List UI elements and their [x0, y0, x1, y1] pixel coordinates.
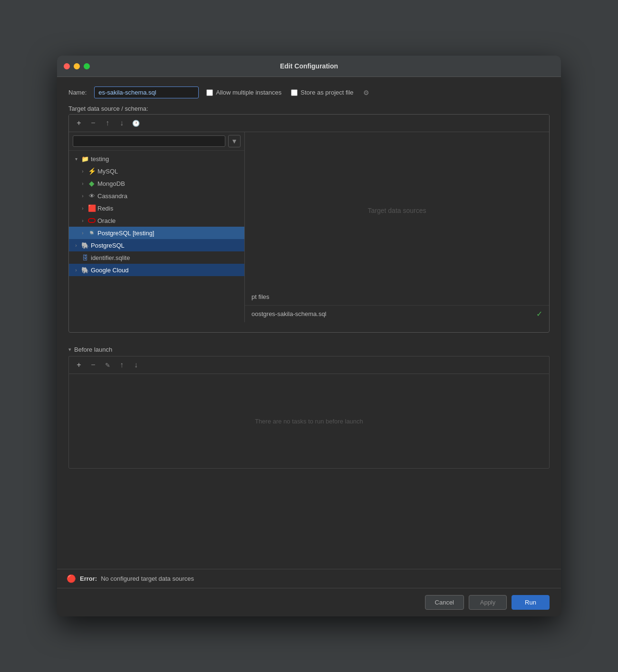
svg-text:🐘: 🐘 — [90, 230, 94, 235]
tree-panel: ▼ ▾ 📁 testing › ⚡ — [69, 132, 245, 322]
dialog-body: Name: Allow multiple instances Store as … — [57, 77, 561, 569]
pg-icon: 🐘 — [88, 229, 96, 237]
remove-datasource-button[interactable]: − — [87, 117, 99, 129]
add-datasource-button[interactable]: + — [73, 117, 85, 129]
item-label-mongodb: MongoDB — [97, 180, 125, 187]
sql-file-name: oostgres-sakila-schema.sql — [251, 310, 327, 317]
before-launch-label: Before launch — [74, 346, 112, 353]
before-launch-section: ▾ Before launch + − ✎ ↑ ↓ There are no t… — [68, 343, 550, 469]
item-label-cassandra: Cassandra — [97, 192, 127, 200]
item-label-redis: Redis — [97, 205, 113, 212]
tree-item-redis[interactable]: › 🟥 Redis — [69, 202, 244, 214]
cancel-button[interactable]: Cancel — [425, 595, 464, 610]
dialog-footer: Cancel Apply Run — [57, 588, 561, 616]
run-button[interactable]: Run — [512, 595, 550, 610]
chevron-icon: › — [79, 180, 86, 187]
collapse-icon: ▾ — [68, 346, 71, 353]
chevron-icon: ▾ — [73, 155, 79, 162]
script-files-row: pt files — [245, 288, 549, 305]
redis-icon: 🟥 — [88, 204, 96, 212]
oracle-icon — [88, 217, 96, 224]
tree-item-cassandra[interactable]: › 👁 Cassandra — [69, 190, 244, 202]
tree-item-mongodb[interactable]: › ◆ MongoDB — [69, 177, 244, 190]
before-launch-header[interactable]: ▾ Before launch — [68, 343, 550, 356]
chevron-icon: › — [73, 267, 79, 273]
datasource-content: ▼ ▾ 📁 testing › ⚡ — [69, 132, 549, 322]
store-as-project-checkbox[interactable] — [291, 89, 298, 96]
chevron-icon: › — [79, 230, 86, 236]
datasource-section: Target data source / schema: + − ↑ ↓ 🕐 — [68, 105, 550, 333]
apply-button[interactable]: Apply — [469, 595, 507, 610]
move-down-button[interactable]: ↓ — [116, 117, 128, 129]
maximize-button[interactable] — [84, 63, 90, 69]
tree-item-testing[interactable]: ▾ 📁 testing — [69, 153, 244, 165]
chevron-icon: › — [79, 168, 86, 174]
tree-item-pg[interactable]: › 🐘 PostgreSQL — [69, 239, 244, 251]
pg-icon-2: 🐘 — [81, 241, 89, 249]
google-icon: 🐘 — [81, 266, 89, 274]
error-icon: 🔴 — [67, 574, 76, 583]
edit-configuration-dialog: Edit Configuration Name: Allow multiple … — [57, 56, 561, 616]
dialog-title: Edit Configuration — [280, 62, 338, 70]
item-label-testing: testing — [91, 155, 109, 163]
history-button[interactable]: 🕐 — [130, 117, 142, 129]
store-as-project-label[interactable]: Store as project file — [291, 89, 353, 96]
item-label-pg-testing: PostgreSQL [testing] — [97, 230, 154, 237]
no-tasks-message: There are no tasks to run before launch — [255, 418, 363, 425]
allow-multiple-label[interactable]: Allow multiple instances — [206, 89, 281, 96]
before-launch-toolbar: + − ✎ ↑ ↓ — [68, 356, 550, 374]
item-label-mysql: MySQL — [97, 168, 118, 175]
datasource-label: Target data source / schema: — [68, 105, 550, 112]
move-task-down-button[interactable]: ↓ — [130, 359, 142, 371]
tree-item-mysql[interactable]: › ⚡ MySQL — [69, 165, 244, 177]
tree-list: ▾ 📁 testing › ⚡ MySQL — [69, 151, 244, 278]
search-row: ▼ — [69, 132, 244, 151]
chevron-icon: › — [79, 217, 86, 224]
item-label-oracle: Oracle — [97, 217, 116, 224]
folder-icon: 📁 — [81, 155, 89, 163]
tree-item-sqlite[interactable]: › 🗄 identifier.sqlite — [69, 251, 244, 264]
tree-item-google[interactable]: › 🐘 Google Cloud — [69, 264, 244, 276]
launch-panel: There are no tasks to run before launch — [68, 374, 550, 469]
filter-button[interactable]: ▼ — [228, 135, 241, 147]
allow-multiple-checkbox[interactable] — [206, 89, 213, 96]
item-label-sqlite: identifier.sqlite — [91, 254, 130, 261]
item-label-pg: PostgreSQL — [91, 242, 125, 249]
mysql-icon: ⚡ — [88, 167, 96, 175]
add-task-button[interactable]: + — [73, 359, 85, 371]
name-input[interactable] — [94, 86, 199, 98]
chevron-icon: › — [79, 192, 86, 199]
checkbox-group: Allow multiple instances Store as projec… — [206, 89, 369, 96]
mongo-icon: ◆ — [88, 180, 96, 187]
gear-icon[interactable]: ⚙ — [363, 89, 369, 96]
sql-file-row: oostgres-sakila-schema.sql ✓ — [245, 305, 549, 322]
script-files-label: pt files — [251, 293, 270, 300]
chevron-icon: › — [73, 242, 79, 249]
svg-rect-0 — [88, 219, 95, 222]
move-up-button[interactable]: ↑ — [101, 117, 114, 129]
datasource-toolbar: + − ↑ ↓ 🕐 — [69, 115, 549, 132]
name-row: Name: Allow multiple instances Store as … — [68, 86, 550, 98]
sqlite-icon: 🗄 — [81, 254, 89, 261]
error-bold-text: Error: — [80, 575, 97, 582]
error-bar: 🔴 Error: No configured target data sourc… — [57, 569, 561, 588]
checkmark-icon: ✓ — [536, 309, 542, 318]
target-datasources-placeholder: Target data sources — [245, 132, 549, 288]
datasource-panel: + − ↑ ↓ 🕐 ▼ — [68, 114, 550, 333]
cassandra-icon: 👁 — [88, 192, 96, 200]
tree-item-pg-testing[interactable]: › 🐘 PostgreSQL [testing] — [69, 227, 244, 239]
name-label: Name: — [68, 89, 87, 96]
edit-task-button[interactable]: ✎ — [101, 359, 114, 371]
item-label-google: Google Cloud — [91, 267, 129, 274]
chevron-icon: › — [79, 205, 86, 211]
right-panel-content: Target data sources pt files oostgres-sa… — [245, 132, 549, 322]
error-message: No configured target data sources — [101, 575, 194, 582]
tree-item-oracle[interactable]: › Oracle — [69, 214, 244, 227]
close-button[interactable] — [64, 63, 70, 69]
window-controls — [64, 63, 90, 69]
titlebar: Edit Configuration — [57, 56, 561, 77]
move-task-up-button[interactable]: ↑ — [116, 359, 128, 371]
remove-task-button[interactable]: − — [87, 359, 99, 371]
search-input[interactable] — [73, 135, 225, 147]
minimize-button[interactable] — [74, 63, 80, 69]
